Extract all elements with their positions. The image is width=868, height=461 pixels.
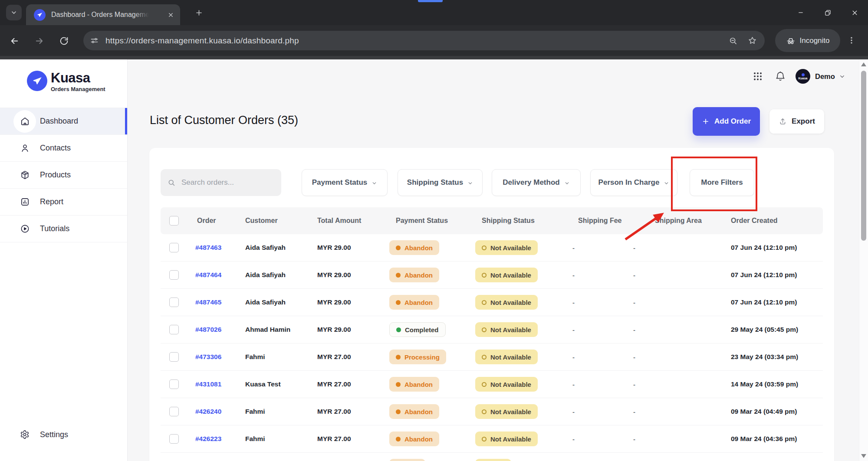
toolbar-edge <box>0 56 868 59</box>
bookmark-star-icon[interactable] <box>748 36 757 45</box>
scrollbar[interactable] <box>859 59 868 461</box>
row-checkbox[interactable] <box>169 325 179 334</box>
tutorials-icon <box>13 218 36 240</box>
shipping-status-badge: Not Available <box>475 240 538 255</box>
window-restore-button[interactable] <box>814 0 841 25</box>
total-amount: MYR 29.00 <box>317 244 389 252</box>
shipping-status-badge: Not Available <box>475 404 538 419</box>
shipping-status-badge: Not Available <box>475 322 538 337</box>
row-checkbox[interactable] <box>169 407 179 416</box>
forward-button[interactable] <box>31 33 47 49</box>
scrollbar-down-arrow[interactable] <box>861 454 866 458</box>
order-link[interactable]: #431081 <box>195 380 221 388</box>
browser-tab[interactable]: Dashboard - Orders Manageme <box>26 4 180 25</box>
shipping-fee: - <box>571 353 631 361</box>
delivery-method-filter[interactable]: Delivery Method <box>492 169 581 196</box>
customer-name: Fahmi <box>245 408 317 415</box>
order-created: 29 May 24 (05:45 pm) <box>731 326 823 333</box>
status-dot-icon <box>396 300 401 305</box>
scrollbar-thumb[interactable] <box>861 71 866 241</box>
total-amount: MYR 27.00 <box>317 353 389 361</box>
shipping-fee: - <box>571 326 631 333</box>
site-info-icon[interactable] <box>90 36 99 45</box>
row-checkbox[interactable] <box>169 270 179 280</box>
payment-status-filter[interactable]: Payment Status <box>302 169 388 196</box>
browser-toolbar: https://orders-management.kuasa.io/dashb… <box>0 25 868 56</box>
sidebar-nav: Dashboard Contacts Products <box>0 108 127 242</box>
table-row <box>161 452 823 461</box>
select-all-checkbox[interactable] <box>169 216 179 226</box>
brand-logo[interactable]: Kuasa Orders Management <box>27 71 105 92</box>
reload-icon <box>59 36 69 46</box>
notifications-bell-icon[interactable] <box>775 71 786 82</box>
payment-status-badge: Abandon <box>389 240 439 255</box>
sidebar-item-contacts[interactable]: Contacts <box>0 135 127 162</box>
sidebar-item-report[interactable]: Report <box>0 189 127 216</box>
row-checkbox[interactable] <box>169 379 179 389</box>
customer-name: Aida Safiyah <box>245 244 317 252</box>
status-dot-icon <box>396 273 401 278</box>
search-input[interactable] <box>181 178 269 187</box>
export-button[interactable]: Export <box>769 109 824 134</box>
sidebar-item-tutorials[interactable]: Tutorials <box>0 216 127 242</box>
order-link[interactable]: #473306 <box>195 353 221 360</box>
shipping-status-filter[interactable]: Shipping Status <box>398 169 483 196</box>
sidebar-item-products[interactable]: Products <box>0 162 127 189</box>
window-close-button[interactable] <box>841 0 868 25</box>
status-dot-icon <box>396 327 401 332</box>
back-button[interactable] <box>7 33 22 49</box>
column-header-order-created: Order Created <box>731 217 823 225</box>
zoom-icon[interactable] <box>729 36 737 45</box>
table-body: #487463 Aida Safiyah MYR 29.00 Abandon N… <box>161 234 823 461</box>
annotation-arrow <box>618 209 673 244</box>
row-checkbox[interactable] <box>169 352 179 362</box>
order-link[interactable]: #487463 <box>195 244 221 251</box>
window-minimize-button[interactable] <box>787 0 814 25</box>
order-link[interactable]: #426240 <box>195 408 221 415</box>
row-checkbox[interactable] <box>169 298 179 307</box>
user-avatar[interactable]: Kuasa <box>796 69 810 84</box>
shipping-area: - <box>631 435 731 443</box>
order-link[interactable]: #487465 <box>195 298 221 306</box>
top-blue-indicator <box>418 0 443 2</box>
customer-name: Fahmi <box>245 353 317 361</box>
customer-name: Aida Safiyah <box>245 271 317 279</box>
plus-icon <box>195 9 203 17</box>
avatar-logo-dot <box>802 73 805 76</box>
order-link[interactable]: #487026 <box>195 326 221 333</box>
scrollbar-up-arrow[interactable] <box>861 62 866 66</box>
shipping-status-badge: Not Available <box>475 268 538 282</box>
shipping-area: - <box>631 353 731 361</box>
tab-search-button[interactable] <box>6 5 22 20</box>
products-icon <box>13 164 36 186</box>
customer-name: Aida Safiyah <box>245 298 317 306</box>
sidebar-item-dashboard[interactable]: Dashboard <box>0 108 127 135</box>
three-dots-icon <box>847 35 856 46</box>
add-order-button[interactable]: Add Order <box>693 107 760 136</box>
status-ring-icon <box>482 355 487 360</box>
total-amount: MYR 27.00 <box>317 435 389 443</box>
shipping-status-badge: Not Available <box>475 377 538 392</box>
order-created: 07 Jun 24 (12:10 pm) <box>731 244 823 252</box>
search-box[interactable] <box>161 169 281 196</box>
address-bar[interactable]: https://orders-management.kuasa.io/dashb… <box>83 31 765 50</box>
order-link[interactable]: #487464 <box>195 271 221 278</box>
shipping-area: - <box>631 408 731 415</box>
payment-status-badge: Abandon <box>389 377 439 392</box>
new-tab-button[interactable] <box>193 7 205 19</box>
row-checkbox[interactable] <box>169 243 179 252</box>
apps-grid-icon[interactable] <box>753 71 763 82</box>
shipping-status-badge: Not Available <box>475 295 538 310</box>
tab-close-icon[interactable] <box>168 12 174 18</box>
browser-menu-button[interactable] <box>847 35 856 46</box>
status-dot-icon <box>396 382 401 387</box>
user-menu-chevron-icon[interactable] <box>839 73 845 80</box>
row-checkbox[interactable] <box>169 434 179 444</box>
sidebar-item-settings[interactable]: Settings <box>0 422 127 447</box>
order-link[interactable]: #426223 <box>195 435 221 442</box>
reload-button[interactable] <box>56 33 72 49</box>
table-row: #487463 Aida Safiyah MYR 29.00 Abandon N… <box>161 234 823 261</box>
shipping-status-badge: Not Available <box>475 432 538 446</box>
person-in-charge-filter[interactable]: Person In Charge <box>590 169 677 196</box>
chevron-down-icon <box>10 9 17 16</box>
